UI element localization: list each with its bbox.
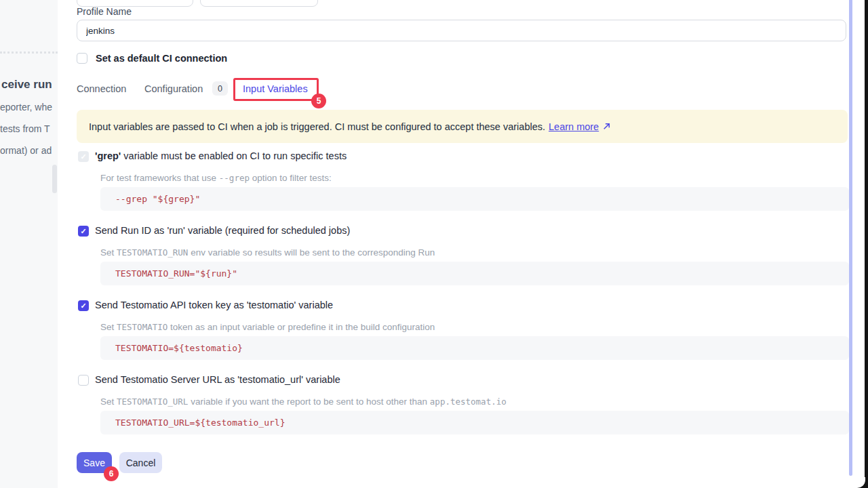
info-banner-text: Input variables are passed to CI when a … <box>89 121 545 132</box>
ci-connection-panel: Profile Name Set as default CI connectio… <box>58 0 850 488</box>
cancel-button[interactable]: Cancel <box>119 452 162 473</box>
variable-checkbox[interactable] <box>78 375 89 386</box>
profile-name-input[interactable] <box>77 20 846 41</box>
input-variable-section: Send Run ID as 'run' variable (required … <box>77 225 849 285</box>
dotted-divider <box>0 52 58 54</box>
variable-code-snippet: TESTOMATIO=${testomatio} <box>100 336 849 360</box>
default-ci-checkbox[interactable] <box>77 53 87 64</box>
background-page: ceive run eporter, whe tests from T orma… <box>0 0 58 488</box>
panel-edge-scroll-line[interactable] <box>849 0 852 476</box>
variable-description: Set TESTOMATIO_RUN env variable so resul… <box>100 247 435 258</box>
variable-checkbox[interactable] <box>78 300 89 311</box>
annotation-step-badge: 5 <box>311 94 326 108</box>
background-text-line: tests from T <box>0 123 50 134</box>
variable-description: Set TESTOMATIO token as an input variabl… <box>100 322 435 332</box>
variable-label: Send Testomatio Server URL as 'testomati… <box>95 374 340 385</box>
default-ci-checkbox-row[interactable]: Set as default CI connection <box>77 53 227 64</box>
variable-code-snippet: TESTOMATIO_URL=${testomatio_url} <box>100 411 849 434</box>
configuration-count-badge: 0 <box>212 81 228 96</box>
background-heading-fragment: ceive run <box>1 78 52 92</box>
variable-code-snippet: --grep "${grep}" <box>100 187 849 211</box>
annotation-highlight-box <box>233 78 319 101</box>
variable-code-snippet: TESTOMATIO_RUN="${run}" <box>100 262 849 285</box>
input-variable-section: 'grep' variable must be enabled on CI to… <box>77 150 849 211</box>
background-text-line: eporter, whe <box>0 102 52 113</box>
annotation-step-badge: 6 <box>104 466 119 481</box>
profile-name-label: Profile Name <box>77 6 132 17</box>
variable-label: Send Run ID as 'run' variable (required … <box>95 225 350 236</box>
info-banner: Input variables are passed to CI when a … <box>77 110 848 143</box>
background-text-line: ormat) or ad <box>0 145 52 156</box>
default-ci-checkbox-label: Set as default CI connection <box>96 53 227 64</box>
variable-description: Set TESTOMATIO_URL variable if you want … <box>100 396 507 407</box>
input-variable-section: Send Testomatio API token key as 'testom… <box>77 300 849 360</box>
scrollbar-thumb[interactable] <box>52 165 57 193</box>
variable-description: For test frameworks that use --grep opti… <box>100 173 332 183</box>
variable-checkbox[interactable] <box>78 226 89 237</box>
external-link-icon <box>602 122 611 131</box>
tab-connection[interactable]: Connection <box>77 83 126 94</box>
tab-configuration[interactable]: Configuration <box>144 83 203 94</box>
input-variable-section: Send Testomatio Server URL as 'testomati… <box>77 374 849 434</box>
cropped-input-field[interactable] <box>200 0 318 7</box>
input-variables-list: 'grep' variable must be enabled on CI to… <box>77 150 849 449</box>
screen-edge <box>865 0 868 488</box>
variable-label: Send Testomatio API token key as 'testom… <box>95 300 333 310</box>
variable-checkbox[interactable] <box>78 151 89 162</box>
learn-more-link[interactable]: Learn more <box>549 121 599 132</box>
variable-label: 'grep' variable must be enabled on CI to… <box>95 150 347 161</box>
